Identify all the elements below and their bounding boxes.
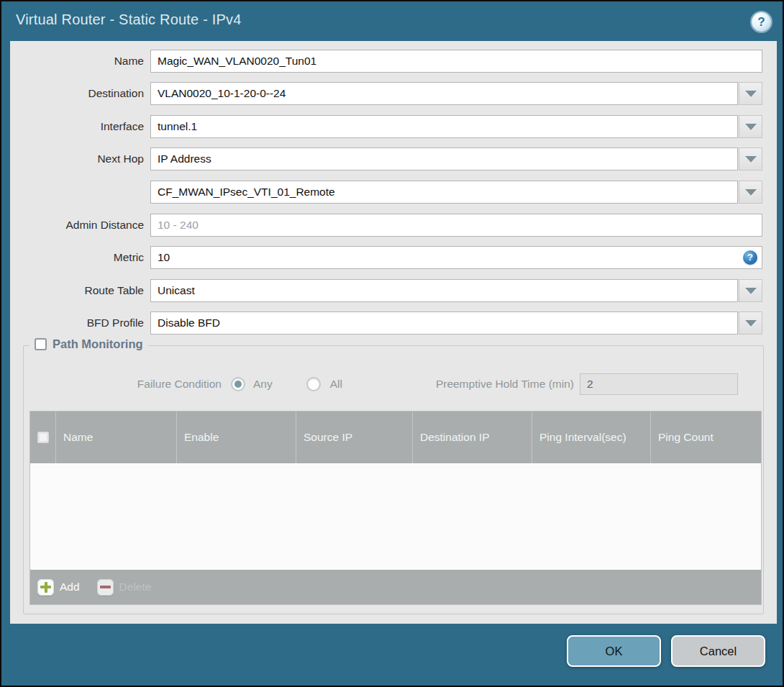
metric-input[interactable]	[150, 246, 762, 269]
ok-button[interactable]: OK	[567, 635, 661, 667]
add-button[interactable]: Add	[37, 579, 80, 596]
path-monitoring-legend: Path Monitoring	[29, 337, 148, 351]
interface-input[interactable]	[150, 115, 738, 138]
route-table-label: Route Table	[10, 284, 150, 297]
failure-condition-all-label: All	[330, 378, 342, 391]
destination-label: Destination	[10, 87, 150, 100]
chevron-down-icon	[745, 124, 757, 130]
form-row-route-table: Route Table	[10, 279, 777, 302]
failure-condition-row: Failure Condition Any All Preemptive Hol…	[24, 373, 763, 395]
delete-button[interactable]: Delete	[97, 579, 152, 596]
failure-condition-any-label: Any	[253, 378, 273, 391]
path-monitoring-fieldset: Path Monitoring Failure Condition Any Al…	[23, 345, 764, 614]
failure-condition-radio-any[interactable]	[231, 377, 245, 391]
chevron-down-icon	[745, 189, 757, 196]
bfd-profile-input[interactable]	[150, 311, 738, 335]
path-monitoring-table-body	[30, 463, 761, 570]
form-row-next-hop: Next Hop	[10, 147, 777, 170]
next-hop-label: Next Hop	[10, 153, 150, 165]
interface-label: Interface	[10, 120, 150, 133]
admin-distance-input[interactable]	[150, 214, 762, 237]
bfd-profile-label: BFD Profile	[10, 317, 150, 329]
plus-icon	[37, 579, 54, 596]
column-header-source-ip[interactable]: Source IP	[296, 411, 412, 463]
column-header-ping-interval[interactable]: Ping Interval(sec)	[532, 411, 650, 463]
path-monitoring-title: Path Monitoring	[53, 337, 143, 351]
metric-help-icon[interactable]: ?	[743, 250, 757, 265]
cancel-button[interactable]: Cancel	[671, 635, 765, 667]
table-select-all-cell	[30, 411, 55, 463]
form-row-next-hop-address	[10, 181, 777, 204]
path-monitoring-table: Name Enable Source IP Destination IP Pin…	[29, 411, 762, 605]
next-hop-type-input[interactable]	[150, 147, 738, 170]
name-input[interactable]	[150, 50, 762, 73]
route-table-input[interactable]	[150, 279, 738, 302]
dialog-content: Name Destination Interface Next Hop	[10, 41, 777, 624]
table-select-all-checkbox[interactable]	[37, 432, 49, 443]
chevron-down-icon	[745, 320, 757, 327]
form-row-name: Name	[10, 50, 777, 73]
dialog-title: Virtual Router - Static Route - IPv4	[16, 12, 242, 28]
interface-dropdown-button[interactable]	[739, 115, 762, 138]
failure-condition-label: Failure Condition	[24, 378, 222, 391]
bfd-profile-dropdown-button[interactable]	[739, 311, 762, 335]
name-label: Name	[10, 55, 150, 68]
column-header-destination-ip[interactable]: Destination IP	[412, 411, 532, 463]
form-row-admin-distance: Admin Distance	[10, 214, 777, 237]
help-icon[interactable]: ?	[752, 12, 771, 32]
static-route-dialog: Virtual Router - Static Route - IPv4 ? N…	[0, 0, 784, 687]
path-monitoring-checkbox[interactable]	[35, 338, 47, 350]
column-header-enable[interactable]: Enable	[176, 411, 296, 463]
add-button-label: Add	[60, 581, 80, 593]
column-header-name[interactable]: Name	[55, 411, 176, 463]
dialog-titlebar: Virtual Router - Static Route - IPv4 ?	[1, 1, 783, 41]
minus-icon	[97, 579, 114, 596]
form-row-bfd-profile: BFD Profile	[10, 311, 777, 335]
failure-condition-radio-all[interactable]	[306, 377, 321, 391]
route-table-dropdown-button[interactable]	[739, 279, 762, 302]
path-monitoring-table-header: Name Enable Source IP Destination IP Pin…	[30, 411, 761, 463]
destination-input[interactable]	[150, 82, 738, 105]
column-header-ping-count[interactable]: Ping Count	[650, 411, 761, 463]
chevron-down-icon	[745, 156, 757, 163]
form-row-interface: Interface	[10, 115, 777, 138]
metric-label: Metric	[10, 251, 150, 264]
next-hop-type-dropdown-button[interactable]	[739, 147, 762, 170]
admin-distance-label: Admin Distance	[10, 219, 150, 232]
preemptive-hold-time-label: Preemptive Hold Time (min)	[344, 378, 574, 391]
path-monitoring-table-toolbar: Add Delete	[30, 570, 761, 604]
preemptive-hold-time-input[interactable]	[580, 373, 738, 395]
next-hop-address-dropdown-button[interactable]	[739, 181, 762, 204]
destination-dropdown-button[interactable]	[739, 82, 762, 105]
chevron-down-icon	[745, 288, 757, 294]
form-row-metric: Metric ?	[10, 246, 777, 269]
form-row-destination: Destination	[10, 82, 777, 105]
delete-button-label: Delete	[119, 581, 152, 593]
chevron-down-icon	[745, 91, 757, 97]
next-hop-address-input[interactable]	[150, 181, 738, 204]
